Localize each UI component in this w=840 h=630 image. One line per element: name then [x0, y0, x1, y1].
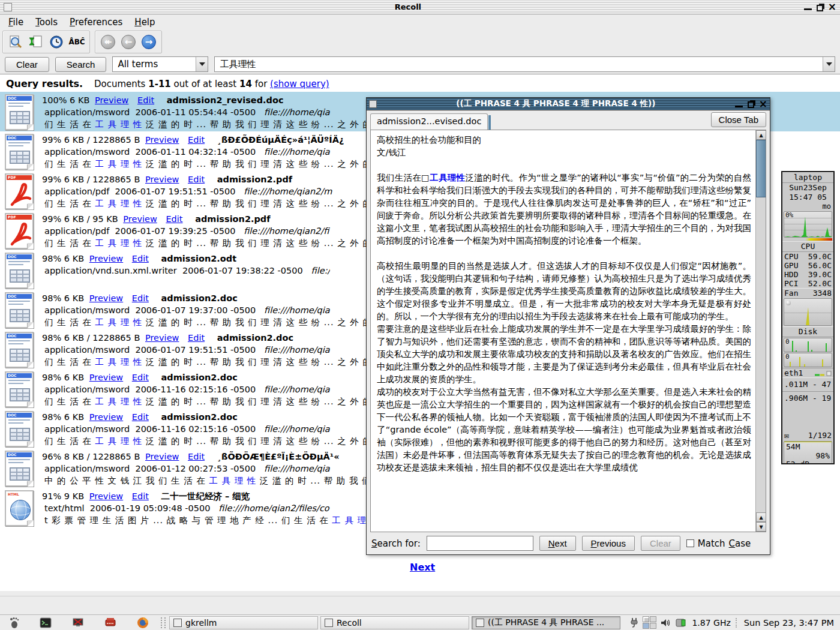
edit-link[interactable]: Edit	[132, 412, 149, 422]
results-next-page-link[interactable]: Next	[410, 562, 435, 573]
workspace-1[interactable]	[643, 616, 649, 622]
for-label: for	[255, 79, 268, 89]
menu-tools[interactable]: Tools	[31, 16, 62, 29]
file-url: file:///home/qia	[264, 345, 330, 355]
eth-label: eth1	[784, 368, 803, 377]
snippet-highlight-term: 工 具 理 性	[95, 397, 142, 406]
query-dropdown-button[interactable]	[823, 57, 835, 71]
mail-monitor[interactable]: ✉ 1/192	[782, 430, 833, 440]
workspace-pager[interactable]	[643, 616, 656, 629]
preview-minimize-icon[interactable]	[735, 101, 743, 107]
task-preview-window[interactable]: ((工 PHRASE 4 具 PHRASE ...	[472, 616, 620, 629]
scrollbar-thumb[interactable]	[756, 140, 766, 197]
snippet-text: 中 的 公 平 性 文 钱 江 我 们 生 活 在	[44, 476, 209, 485]
result-row-text: 98% 6 KB / 1228865 B Preview Edit admiss…	[42, 332, 372, 368]
workspace-2[interactable]	[650, 616, 656, 622]
next-page-button[interactable]: →	[139, 33, 158, 51]
first-page-button[interactable]: ↞	[98, 33, 118, 51]
edit-link[interactable]: Edit	[132, 254, 149, 263]
preview-close-icon[interactable]: ×	[759, 101, 767, 107]
close-icon[interactable]: ×	[828, 4, 836, 10]
file-type-icon-slot: DOC	[4, 332, 35, 368]
terminal-launcher-icon[interactable]	[40, 617, 52, 628]
find-previous-button[interactable]: Previous	[582, 536, 635, 551]
task-gkrellm[interactable]: gkrellm	[169, 616, 318, 629]
lock-screen-icon[interactable]	[72, 617, 84, 628]
preview-document-area[interactable]: 高校招生的社会功能和目的 文/钱江 我们生活在□工具理性泛滥的时代。作为“世之显…	[370, 130, 766, 532]
task-recoll[interactable]: Recoll	[320, 616, 469, 629]
cpu-frequency-icon[interactable]	[676, 618, 688, 628]
preview-link[interactable]: Preview	[145, 135, 179, 145]
preview-link[interactable]: Preview	[89, 491, 123, 501]
edit-link[interactable]: Edit	[137, 95, 154, 105]
edit-link[interactable]: Edit	[188, 452, 205, 461]
snippet-highlight-term: 工 具 理 性	[95, 199, 142, 208]
preview-window-menu-icon[interactable]	[369, 100, 377, 108]
relevance-and-size: 91% 9 KB	[42, 491, 84, 501]
scroll-up-icon[interactable]: ▲	[756, 512, 766, 522]
maximize-icon[interactable]	[817, 5, 823, 11]
edit-link[interactable]: Edit	[166, 214, 182, 224]
match-case-checkbox[interactable]	[686, 539, 694, 547]
menu-help[interactable]: Help	[130, 16, 160, 29]
document-history-button[interactable]	[47, 33, 66, 51]
doc-file-icon: DOC	[5, 411, 34, 447]
term-explorer-button[interactable]: ÅBĈ	[67, 33, 86, 51]
show-query-link[interactable]: (show query)	[270, 79, 329, 89]
sort-parameters-button[interactable]	[26, 33, 46, 51]
search-button[interactable]: Search	[55, 57, 107, 72]
edit-link[interactable]: Edit	[132, 293, 149, 303]
preview-link[interactable]: Preview	[123, 214, 157, 224]
snippet-highlight-term: 工 具 理 性	[95, 159, 142, 169]
preview-scrollbar[interactable]: ▲ ▲ ▼	[755, 130, 766, 532]
find-next-button[interactable]: Next	[539, 536, 576, 551]
advanced-search-button[interactable]	[6, 33, 25, 51]
workspace-3-active[interactable]	[643, 623, 649, 629]
workspace-4[interactable]	[650, 623, 656, 629]
search-mode-select[interactable]: All terms	[112, 56, 208, 72]
match-case-option[interactable]: Match Case	[686, 538, 751, 549]
edit-link[interactable]: Edit	[132, 373, 149, 382]
mode-dropdown-button[interactable]	[196, 57, 208, 71]
edit-link[interactable]: Edit	[188, 135, 205, 145]
preview-link[interactable]: Preview	[145, 452, 179, 461]
edit-link[interactable]: Edit	[188, 175, 205, 184]
menu-preferences[interactable]: Preferences	[65, 16, 127, 29]
preview-link[interactable]: Preview	[89, 373, 123, 382]
preview-link[interactable]: Preview	[89, 254, 123, 263]
scroll-up-icon[interactable]: ▲	[756, 130, 766, 140]
menu-file[interactable]: File	[4, 16, 28, 29]
previous-page-icon: ←	[121, 35, 136, 49]
preview-link[interactable]: Preview	[89, 293, 123, 303]
edit-link[interactable]: Edit	[188, 333, 205, 343]
close-tab-button[interactable]: Close Tab	[711, 112, 766, 127]
gkrellm-side-label: mo	[782, 202, 833, 211]
power-plug-icon[interactable]	[630, 617, 638, 628]
preview-link[interactable]: Preview	[89, 412, 123, 422]
clear-button[interactable]: Clear	[5, 57, 49, 72]
preview-link[interactable]: Preview	[145, 175, 179, 184]
taskbar-handle[interactable]	[161, 617, 166, 628]
find-clear-button[interactable]: Clear	[641, 536, 680, 551]
taskbar-clock[interactable]: Sun Sep 23, 3:47 PM	[736, 618, 840, 628]
editor-launcher-icon[interactable]	[104, 617, 116, 628]
mime-type: application/msword	[44, 424, 130, 434]
previous-page-button[interactable]: ←	[119, 33, 138, 51]
doc-sort-icon	[29, 35, 43, 49]
edit-link[interactable]: Edit	[132, 491, 149, 501]
window-menu-icon[interactable]	[4, 3, 12, 11]
clock-icon	[49, 35, 64, 49]
minimize-icon[interactable]	[804, 4, 812, 10]
file-type-icon-slot: DOC	[4, 292, 35, 328]
scroll-down-icon[interactable]: ▼	[756, 522, 766, 532]
query-input[interactable]: 工具理性	[214, 56, 835, 72]
preview-link[interactable]: Preview	[95, 95, 128, 105]
preview-link[interactable]: Preview	[145, 333, 179, 343]
gnome-menu-icon[interactable]	[8, 617, 19, 629]
preview-tab[interactable]: admission2...evised.doc	[370, 113, 488, 130]
preview-maximize-icon[interactable]	[748, 101, 754, 108]
volume-icon[interactable]	[661, 618, 671, 628]
gkrellm-monitor[interactable]: laptop Sun23Sep 15:47 05 mo 0% CPU CPU59…	[781, 171, 835, 464]
find-input[interactable]	[427, 536, 533, 551]
firefox-launcher-icon[interactable]	[137, 617, 149, 629]
